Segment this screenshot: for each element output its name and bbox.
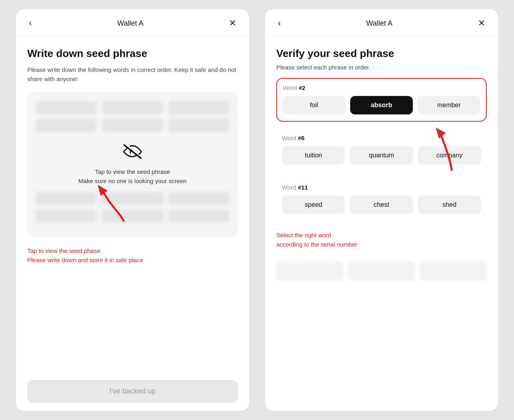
select-hint: Select the right wordaccording to the se… <box>276 231 487 249</box>
back-button-2[interactable]: ‹ <box>275 17 284 29</box>
blurred-word-4 <box>35 119 97 132</box>
backed-up-button[interactable]: I've backed up <box>27 380 238 403</box>
word-choice-shed[interactable]: shed <box>418 196 481 214</box>
word-label-11: Word #11 <box>282 184 481 191</box>
blurred-bottom-btn-2 <box>348 261 415 281</box>
back-button-1[interactable]: ‹ <box>26 17 35 29</box>
word-choice-member[interactable]: member <box>418 96 480 114</box>
verify-title: Verify your seed phrase <box>276 47 487 60</box>
close-button-2[interactable]: ✕ <box>475 17 488 29</box>
write-seed-title: Write down seed phrase <box>27 47 238 60</box>
blurred-word-3 <box>168 101 230 114</box>
screen2-header: ‹ Wallet A ✕ <box>265 9 498 36</box>
blurred-bottom-btn-3 <box>419 261 487 281</box>
word-group-11: Word #11 speed chest shed <box>276 178 487 220</box>
eye-slash-icon <box>122 143 143 163</box>
word-choice-foil[interactable]: foil <box>283 96 345 114</box>
annotation-red: Tap to view the seed phase Please write … <box>27 247 238 265</box>
write-seed-subtitle: Please write down the following words in… <box>27 65 238 84</box>
blurred-word-5 <box>102 119 163 132</box>
blurred-word-12 <box>168 210 230 222</box>
close-button-1[interactable]: ✕ <box>226 17 239 29</box>
screen1-content: Write down seed phrase Please write down… <box>16 36 249 411</box>
word-choices-2: foil absorb member <box>283 96 480 114</box>
svg-marker-2 <box>98 185 108 196</box>
word-group-2: Word #2 foil absorb member <box>276 78 487 122</box>
svg-marker-3 <box>436 128 446 139</box>
seed-phrase-box[interactable]: Tap to view the seed phrase Make sure no… <box>27 92 238 237</box>
screen2-content: Verify your seed phrase Please select ea… <box>265 36 498 411</box>
screen-write-seed: ‹ Wallet A ✕ Write down seed phrase Plea… <box>16 9 249 411</box>
screen-verify-seed: ‹ Wallet A ✕ Verify your seed phrase Ple… <box>265 9 498 411</box>
blurred-bottom-btn-1 <box>276 261 344 281</box>
screen1-header: ‹ Wallet A ✕ <box>16 9 249 36</box>
blurred-word-2 <box>102 101 163 114</box>
word-choice-quantum[interactable]: quantum <box>350 146 413 165</box>
screens-container: ‹ Wallet A ✕ Write down seed phrase Plea… <box>0 0 514 420</box>
blurred-word-6 <box>168 119 230 132</box>
word-choice-tuition[interactable]: tuition <box>282 146 345 165</box>
blurred-word-9 <box>168 192 230 205</box>
screen2-title: Wallet A <box>366 19 392 28</box>
word-choice-absorb[interactable]: absorb <box>350 96 413 114</box>
blurred-row-1 <box>35 101 230 114</box>
word-choices-11: speed chest shed <box>282 196 481 214</box>
red-arrow-annotation <box>86 181 134 225</box>
word-choice-speed[interactable]: speed <box>282 196 345 214</box>
blurred-row-2 <box>35 119 230 132</box>
word-choice-chest[interactable]: chest <box>350 196 413 214</box>
screen1-title: Wallet A <box>117 19 143 28</box>
blurred-bottom <box>276 261 487 285</box>
verify-subtitle: Please select each phrase in order. <box>276 64 487 71</box>
blurred-word-1 <box>35 101 97 114</box>
word-label-2: Word #2 <box>283 84 480 91</box>
verify-red-arrow <box>426 126 466 175</box>
